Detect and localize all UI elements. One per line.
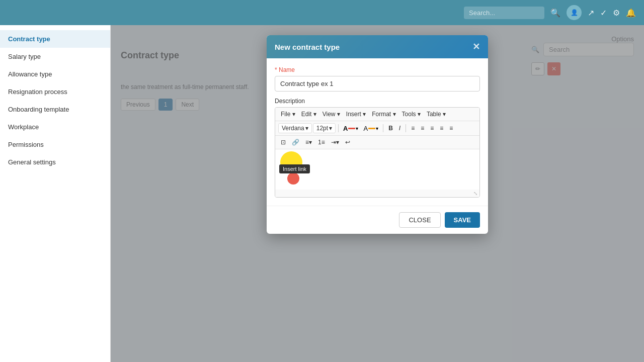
- link-button[interactable]: 🔗: [289, 138, 302, 147]
- share-icon[interactable]: ↗: [588, 8, 594, 18]
- editor-format-bar: Verdana ▾ 12pt ▾ A ▾: [275, 121, 479, 136]
- check-icon[interactable]: ✓: [600, 8, 607, 18]
- sidebar: Contract type Salary type Allowance type…: [0, 25, 111, 362]
- highlight-color-button[interactable]: A ▾: [361, 124, 380, 133]
- close-button[interactable]: CLOSE: [399, 212, 440, 228]
- highlight-color-bar: [368, 128, 375, 129]
- sidebar-item-workplace[interactable]: Workplace: [0, 118, 110, 136]
- menu-table[interactable]: Table ▾: [424, 110, 448, 119]
- sidebar-item-general-settings[interactable]: General settings: [0, 153, 110, 171]
- rich-text-editor: File ▾ Edit ▾ View ▾ Insert ▾ Format ▾ T…: [275, 107, 480, 198]
- font-color-button[interactable]: A ▾: [341, 124, 360, 133]
- font-color-bar: [348, 128, 355, 129]
- separator-2: [383, 124, 383, 132]
- top-search-input[interactable]: [464, 7, 544, 19]
- resize-handle[interactable]: ⤡: [275, 190, 479, 197]
- align-center-button[interactable]: ≡: [418, 124, 427, 133]
- font-family-dropdown[interactable]: Verdana ▾: [278, 123, 312, 133]
- bold-button[interactable]: B: [386, 124, 395, 133]
- main-content: Contract type Options 🔍 ✏ ✕ the same tre…: [111, 25, 644, 362]
- modal: New contract type ✕ * Name Description: [267, 35, 488, 234]
- menu-edit[interactable]: Edit ▾: [299, 110, 319, 119]
- name-input[interactable]: [275, 76, 480, 92]
- search-icon[interactable]: 🔍: [550, 8, 560, 18]
- sidebar-item-onboarding-template[interactable]: Onboarding template: [0, 101, 110, 118]
- menu-insert[interactable]: Insert ▾: [344, 110, 368, 119]
- editor-icon-bar: ⊡ 🔗 ≡▾ 1≡ ⇥▾ ↩: [275, 136, 479, 149]
- sidebar-item-contract-type[interactable]: Contract type: [0, 30, 110, 48]
- align-right-button[interactable]: ≡: [428, 124, 436, 133]
- top-bar: 🔍 👤 ↗ ✓ ⚙ 🔔: [0, 0, 644, 25]
- indent-button[interactable]: ⇥▾: [329, 138, 342, 147]
- sidebar-item-salary-type[interactable]: Salary type: [0, 48, 110, 65]
- sidebar-item-resignation-process[interactable]: Resignation process: [0, 83, 110, 101]
- save-button[interactable]: SAVE: [445, 212, 480, 228]
- separator-3: [406, 124, 406, 132]
- layout: Contract type Salary type Allowance type…: [0, 25, 644, 362]
- avatar[interactable]: 👤: [567, 5, 582, 20]
- modal-header: New contract type ✕: [267, 35, 488, 58]
- justify-button[interactable]: ≡: [437, 124, 446, 133]
- resize-icon: ⤡: [473, 191, 477, 196]
- redo-button[interactable]: ↩: [343, 138, 353, 147]
- modal-footer: CLOSE SAVE: [267, 206, 488, 234]
- italic-button[interactable]: I: [396, 124, 403, 133]
- line-height-button[interactable]: ≡: [447, 124, 455, 133]
- modal-title: New contract type: [275, 43, 340, 51]
- separator-1: [338, 124, 339, 132]
- modal-body: * Name Description File ▾ Edit ▾ View ▾ …: [267, 58, 488, 206]
- bell-icon[interactable]: 🔔: [626, 8, 636, 18]
- font-size-dropdown[interactable]: 12pt ▾: [313, 123, 336, 133]
- cursor-indicator: [287, 172, 299, 185]
- editor-menu-bar: File ▾ Edit ▾ View ▾ Insert ▾ Format ▾ T…: [275, 108, 479, 121]
- sidebar-item-permissions[interactable]: Permissions: [0, 136, 110, 153]
- menu-view[interactable]: View ▾: [320, 110, 343, 119]
- menu-file[interactable]: File ▾: [278, 110, 298, 119]
- description-label: Description: [275, 98, 480, 105]
- modal-close-x-button[interactable]: ✕: [472, 42, 480, 51]
- insert-link-tooltip: Insert link: [279, 164, 310, 173]
- sidebar-item-allowance-type[interactable]: Allowance type: [0, 65, 110, 83]
- ordered-list-button[interactable]: 1≡: [315, 138, 328, 147]
- modal-overlay: New contract type ✕ * Name Description: [111, 25, 644, 362]
- editor-content-area[interactable]: Insert link: [275, 149, 479, 190]
- menu-tools[interactable]: Tools ▾: [399, 110, 423, 119]
- unordered-list-button[interactable]: ≡▾: [303, 138, 314, 147]
- menu-format[interactable]: Format ▾: [369, 110, 398, 119]
- undo-button[interactable]: ⊡: [278, 138, 288, 147]
- name-field-label: * Name: [275, 66, 480, 73]
- settings-icon[interactable]: ⚙: [613, 8, 620, 18]
- align-left-button[interactable]: ≡: [409, 124, 417, 133]
